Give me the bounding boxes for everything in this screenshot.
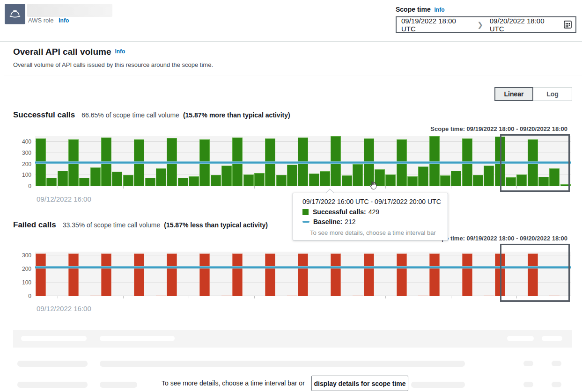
log-toggle-button[interactable]: Log xyxy=(533,87,572,101)
x-axis-start-label: 09/12/2022 16:00 xyxy=(37,305,91,312)
y-tick-label: 0 xyxy=(17,183,31,189)
successful-calls-chart: 0100200300400 xyxy=(35,136,571,186)
successful-calls-heading: Successful calls66.65% of scope time cal… xyxy=(13,110,290,120)
time-interval-bar[interactable] xyxy=(418,296,428,296)
top-header: AWS role Info Scope time Info 09/19/2022… xyxy=(0,0,582,42)
time-interval-bar[interactable] xyxy=(287,165,297,186)
time-interval-bar[interactable] xyxy=(178,178,188,186)
time-interval-bar[interactable] xyxy=(68,254,79,296)
time-interval-bar[interactable] xyxy=(342,175,352,186)
time-interval-bar[interactable] xyxy=(429,254,440,296)
hard-hat-icon xyxy=(8,7,22,21)
skeleton-pill xyxy=(523,382,533,387)
skeleton-pill xyxy=(100,361,465,367)
time-interval-bar[interactable] xyxy=(199,254,210,296)
time-interval-bar[interactable] xyxy=(298,254,308,296)
time-interval-bar[interactable] xyxy=(364,254,374,296)
chart-scope-time-label: Scope time: 09/19/2022 18:00 - 09/20/202… xyxy=(430,235,567,242)
y-tick-label: 400 xyxy=(17,138,31,145)
card-left-border xyxy=(4,41,4,392)
skeleton-pill xyxy=(507,336,534,341)
linear-toggle-button[interactable]: Linear xyxy=(494,87,533,101)
time-interval-bar[interactable] xyxy=(265,254,275,296)
scope-end-value[interactable]: 09/20/2022 18:00 UTC xyxy=(485,17,564,33)
x-tick xyxy=(58,296,58,298)
time-interval-bar[interactable] xyxy=(90,167,101,186)
time-interval-bar[interactable] xyxy=(440,175,450,186)
failed-calls-chart: 0100200300 xyxy=(35,252,571,296)
y-tick-label: 100 xyxy=(17,172,31,178)
time-interval-bar[interactable] xyxy=(90,296,101,296)
x-tick xyxy=(254,296,255,298)
mouse-cursor-icon xyxy=(368,180,377,192)
time-interval-bar[interactable] xyxy=(58,171,68,186)
time-interval-bar[interactable] xyxy=(112,172,122,186)
time-interval-bar[interactable] xyxy=(232,254,243,296)
time-interval-bar[interactable] xyxy=(221,166,232,186)
time-interval-bar[interactable] xyxy=(134,254,144,296)
time-interval-bar[interactable] xyxy=(418,167,428,186)
time-interval-bar[interactable] xyxy=(320,171,330,186)
time-interval-bar[interactable] xyxy=(397,254,407,296)
skeleton-pill xyxy=(100,336,175,341)
section-description: Overall volume of API calls issued by th… xyxy=(13,61,213,68)
time-interval-bar[interactable] xyxy=(451,171,461,186)
time-interval-bar[interactable] xyxy=(484,166,494,186)
skeleton-pill xyxy=(552,361,561,366)
time-interval-bar[interactable] xyxy=(156,168,166,186)
resource-title-redacted xyxy=(27,4,112,17)
scope-time-picker[interactable]: 09/19/2022 18:00 UTC ❯ 09/20/2022 18:00 … xyxy=(396,16,576,33)
time-interval-bar[interactable] xyxy=(46,178,57,186)
display-details-button[interactable]: display details for scope time xyxy=(311,376,408,391)
scope-time-highlight-box xyxy=(500,134,570,192)
time-interval-bar[interactable] xyxy=(243,174,254,186)
x-tick xyxy=(58,186,58,189)
time-interval-bar[interactable] xyxy=(484,296,494,296)
chart-tooltip: 09/17/2022 16:00 UTC - 09/17/2022 20:00 … xyxy=(293,193,448,240)
time-interval-bar[interactable] xyxy=(211,175,221,186)
skeleton-pill xyxy=(523,361,533,366)
skeleton-pill xyxy=(17,361,88,367)
time-interval-bar[interactable] xyxy=(331,254,341,296)
skeleton-pill xyxy=(17,382,88,388)
failed-calls-heading: Failed calls33.35% of scope time call vo… xyxy=(13,220,268,230)
time-interval-bar[interactable] xyxy=(309,174,319,186)
skeleton-pill xyxy=(21,336,87,341)
time-interval-bar[interactable] xyxy=(254,173,265,187)
x-axis-start-label: 09/12/2022 16:00 xyxy=(37,195,91,203)
time-interval-bar[interactable] xyxy=(145,178,155,186)
time-interval-bar[interactable] xyxy=(353,296,363,296)
time-interval-bar[interactable] xyxy=(287,296,297,296)
time-interval-bar[interactable] xyxy=(123,175,133,186)
time-interval-bar[interactable] xyxy=(189,176,199,186)
skeleton-pill xyxy=(552,382,561,387)
time-interval-bar[interactable] xyxy=(353,164,363,187)
x-tick xyxy=(189,296,189,298)
time-interval-bar[interactable] xyxy=(276,175,287,186)
skeleton-table-header xyxy=(13,330,572,348)
section-info-link[interactable]: Info xyxy=(115,48,125,55)
scope-time-info-link[interactable]: Info xyxy=(434,7,444,13)
skeleton-pill xyxy=(542,336,562,341)
y-tick-label: 200 xyxy=(17,266,31,272)
chart-scope-time-label: Scope time: 09/19/2022 18:00 - 09/20/202… xyxy=(430,125,567,132)
tooltip-series-row: Successful calls:429 xyxy=(302,208,448,216)
scope-start-value[interactable]: 09/19/2022 18:00 UTC xyxy=(397,17,475,33)
calendar-icon[interactable] xyxy=(564,21,572,29)
y-tick-label: 200 xyxy=(17,161,31,167)
time-interval-bar[interactable] xyxy=(36,254,46,296)
x-tick xyxy=(189,186,189,189)
scope-time-highlight-box xyxy=(500,244,570,302)
time-interval-bar[interactable] xyxy=(385,174,396,186)
aws-role-info-link[interactable]: Info xyxy=(59,17,69,24)
x-tick xyxy=(385,186,386,189)
time-interval-bar[interactable] xyxy=(167,254,177,296)
time-interval-bar[interactable] xyxy=(101,254,111,296)
time-interval-bar[interactable] xyxy=(462,254,472,296)
time-interval-bar[interactable] xyxy=(473,175,483,186)
time-interval-bar[interactable] xyxy=(407,176,418,186)
details-hint-text: To see more details, choose a time inter… xyxy=(162,379,305,387)
time-interval-bar[interactable] xyxy=(156,296,166,296)
time-interval-bar[interactable] xyxy=(221,296,232,296)
time-interval-bar[interactable] xyxy=(79,178,89,186)
